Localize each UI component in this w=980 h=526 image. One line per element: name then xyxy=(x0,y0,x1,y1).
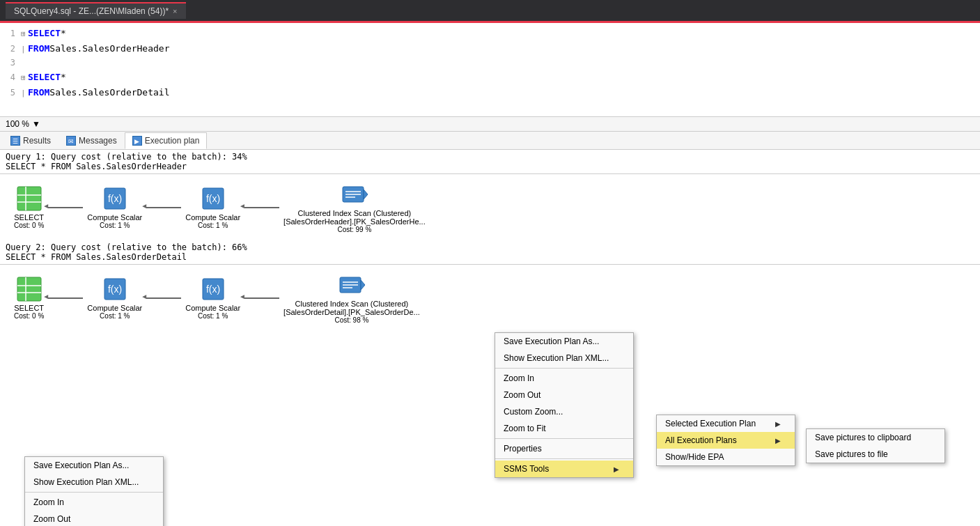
node-label: Compute Scalar xyxy=(87,213,142,222)
menu-item-zoom-in[interactable]: Zoom In xyxy=(25,494,163,511)
plan-arrow xyxy=(244,297,279,299)
svg-marker-22 xyxy=(361,280,365,290)
sql-star: * xyxy=(61,26,66,40)
menu-item-show-xml2[interactable]: Show Execution Plan XML... xyxy=(495,350,633,366)
editor-line: 4⊞SELECT * xyxy=(0,70,980,85)
messages-icon: ✉ xyxy=(66,136,76,146)
node-cost: Cost: 1 % xyxy=(100,312,130,320)
sql-keyword: SELECT xyxy=(28,26,61,40)
menu-item-zoom-in2[interactable]: Zoom In xyxy=(495,370,633,387)
node-cost: Cost: 98 % xyxy=(334,316,368,324)
query1-sql: SELECT * FROM Sales.SalesOrderHeader xyxy=(6,162,974,171)
menu-item-show-xml[interactable]: Show Execution Plan XML... xyxy=(25,474,163,490)
submenu-arrow-icon: ▶ xyxy=(775,420,781,428)
leaf-menu-item-label: Save pictures to file xyxy=(815,449,888,459)
plan-node[interactable]: SELECTCost: 0 % xyxy=(14,276,44,320)
submenu-arrow-icon: ▶ xyxy=(775,437,781,444)
editor-line: 5|FROM Sales.SalesOrderDetail xyxy=(0,85,980,100)
compute-scalar-icon: f(x) xyxy=(102,185,128,212)
title-tab[interactable]: SQLQuery4.sql - ZE...(ZEN\Mladen (54))* … xyxy=(6,2,186,19)
context-menu-2: Save Execution Plan As...Show Execution … xyxy=(495,332,634,478)
svg-text:f(x): f(x) xyxy=(206,284,220,295)
query1-cost-header: Query 1: Query cost (relative to the bat… xyxy=(6,152,974,162)
plan-node[interactable]: SELECTCost: 0 % xyxy=(14,185,44,229)
menu-item-label: Custom Zoom... xyxy=(504,407,563,417)
node-cost: Cost: 1 % xyxy=(100,222,130,229)
menu-item-label: SSMS Tools xyxy=(504,464,549,474)
line-number: 1 xyxy=(0,27,21,40)
tab-messages[interactable]: ✉Messages xyxy=(59,132,125,149)
execution-plan-area: Query 1: Query cost (relative to the bat… xyxy=(0,150,980,526)
plan-arrow xyxy=(244,207,279,208)
compute-scalar-icon: f(x) xyxy=(200,276,226,302)
tab-label-results: Results xyxy=(23,136,51,146)
select-node-icon xyxy=(16,185,42,212)
leaf-menu-item-label: Save pictures to clipboard xyxy=(815,433,911,442)
ssms-submenu-2: Selected Execution Plan▶All Execution Pl… xyxy=(656,415,795,466)
select-node-icon xyxy=(16,276,42,302)
sql-editor[interactable]: 1⊞SELECT *2|FROM Sales.SalesOrderHeader3… xyxy=(0,23,980,117)
leaf-menu-item-save-pics-clipboard2[interactable]: Save pictures to clipboard xyxy=(807,429,944,446)
menu-separator xyxy=(495,368,633,369)
menu-item-save-plan-as[interactable]: Save Execution Plan As... xyxy=(25,457,163,474)
zoom-value: 100 % xyxy=(6,119,29,129)
context-menu-1: Save Execution Plan As...Show Execution … xyxy=(24,456,164,526)
node-cost: Cost: 1 % xyxy=(198,222,228,229)
plan-arrow xyxy=(146,297,181,299)
line-indicator: | xyxy=(21,88,28,100)
plan-arrow xyxy=(48,297,83,299)
query2-sql: SELECT * FROM Sales.SalesOrderDetail xyxy=(6,252,974,262)
menu-item-zoom-out[interactable]: Zoom Out xyxy=(25,511,163,526)
editor-line: 2|FROM Sales.SalesOrderHeader xyxy=(0,41,980,56)
leaf-menu-item-save-pics-file2[interactable]: Save pictures to file xyxy=(807,446,944,463)
plan-icon: ▶ xyxy=(132,136,142,146)
submenu-item-selected-plan2[interactable]: Selected Execution Plan▶ xyxy=(657,415,795,432)
node-cost: Cost: 0 % xyxy=(14,222,44,229)
svg-text:f(x): f(x) xyxy=(108,193,122,204)
clustered-index-icon xyxy=(339,272,365,298)
title-bar: SQLQuery4.sql - ZE...(ZEN\Mladen (54))* … xyxy=(0,0,980,21)
sql-star: * xyxy=(61,70,66,84)
menu-item-ssms-tools2[interactable]: SSMS Tools▶ xyxy=(495,461,633,477)
line-number: 3 xyxy=(0,56,21,69)
query1-plan-row: SELECTCost: 0 % f(x) Compute ScalarCost:… xyxy=(0,174,980,240)
node-cost: Cost: 0 % xyxy=(14,312,44,320)
menu-item-zoom-fit2[interactable]: Zoom to Fit xyxy=(495,420,633,437)
line-number: 5 xyxy=(0,86,21,99)
plan-node[interactable]: Clustered Index Scan (Clustered)[SalesOr… xyxy=(283,272,420,324)
menu-item-label: Zoom to Fit xyxy=(504,424,546,433)
tab-results[interactable]: ☰Results xyxy=(3,132,59,149)
menu-item-custom-zoom2[interactable]: Custom Zoom... xyxy=(495,403,633,420)
zoom-bar: 100 % ▼ xyxy=(0,117,980,132)
plan-node[interactable]: f(x) Compute ScalarCost: 1 % xyxy=(185,276,240,320)
node-label: Clustered Index Scan (Clustered)[SalesOr… xyxy=(283,209,426,226)
plan-arrow xyxy=(48,207,83,208)
plan-node[interactable]: f(x) Compute ScalarCost: 1 % xyxy=(185,185,240,229)
menu-item-zoom-out2[interactable]: Zoom Out xyxy=(495,387,633,403)
menu-item-label: Zoom Out xyxy=(504,390,540,400)
line-indicator: | xyxy=(21,44,28,56)
tab-execution-plan[interactable]: ▶Execution plan xyxy=(125,132,208,149)
menu-item-label: Show Execution Plan XML... xyxy=(33,477,139,487)
tab-close-button[interactable]: × xyxy=(173,7,177,15)
menu-separator xyxy=(25,492,163,493)
svg-rect-0 xyxy=(17,187,41,210)
query2-plan-row: SELECTCost: 0 % f(x) Compute ScalarCost:… xyxy=(0,265,980,331)
menu-item-properties2[interactable]: Properties xyxy=(495,440,633,457)
submenu-item-show-hide-epa2[interactable]: Show/Hide EPA xyxy=(657,449,795,465)
plan-node[interactable]: f(x) Compute ScalarCost: 1 % xyxy=(87,185,142,229)
menu-item-save-plan-as2[interactable]: Save Execution Plan As... xyxy=(495,333,633,350)
submenu-item-all-plans2[interactable]: All Execution Plans▶ xyxy=(657,432,795,449)
menu-item-label: Zoom Out xyxy=(33,514,70,524)
zoom-dropdown-arrow[interactable]: ▼ xyxy=(32,119,40,129)
tab-title: SQLQuery4.sql - ZE...(ZEN\Mladen (54))* xyxy=(14,6,169,16)
compute-scalar-icon: f(x) xyxy=(200,185,226,212)
svg-text:f(x): f(x) xyxy=(206,193,220,204)
node-label: Compute Scalar xyxy=(87,304,142,312)
sql-object: Sales.SalesOrderHeader xyxy=(49,42,169,56)
line-number: 4 xyxy=(0,71,21,84)
plan-node[interactable]: Clustered Index Scan (Clustered)[SalesOr… xyxy=(283,181,426,233)
submenu-item-label: All Execution Plans xyxy=(665,435,737,445)
node-label: Compute Scalar xyxy=(185,304,240,312)
plan-node[interactable]: f(x) Compute ScalarCost: 1 % xyxy=(87,276,142,320)
